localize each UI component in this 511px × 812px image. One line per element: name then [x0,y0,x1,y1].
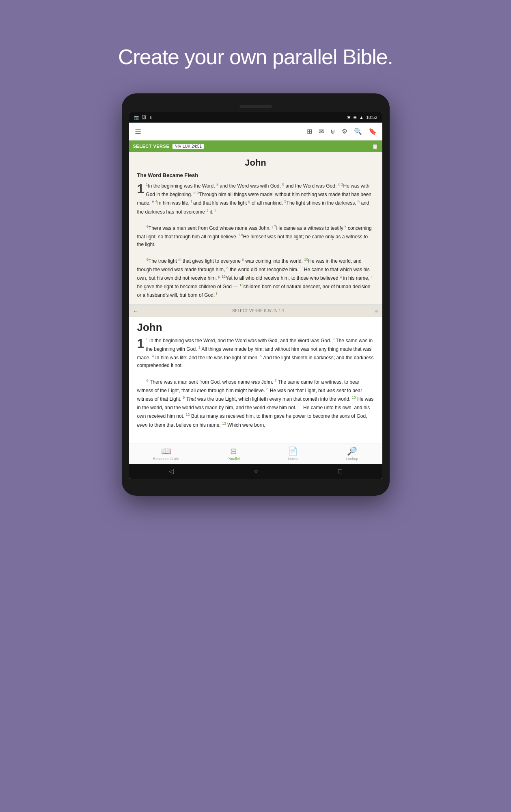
verse-sup-13: 13 [239,283,244,287]
camera-bump [239,105,272,108]
lookup-label: Lookup [346,457,358,461]
toolbar-left: ☰ [135,127,141,136]
verse-sup-6: 6 [147,225,149,229]
resource-guide-label: Resource Guide [153,457,179,461]
verse-sup-b11: 11 [298,404,302,408]
status-bar: 📷 🖼 ⬇ ✱ ⊖ ▲ 10:52 [129,112,382,123]
verse-content-top: 1 1In the beginning was the Word, a and … [137,181,374,300]
parallel-label: Parallel [227,457,239,461]
recent-button[interactable]: □ [338,468,342,475]
verse-sup-1: 1 [146,182,148,186]
verse-sup-2: 2 [341,182,343,186]
battery-icon: ⊖ [353,115,357,120]
bible-panel-bottom: John 1 1 In the beginning was the Word, … [129,317,382,443]
back-button[interactable]: ◁ [169,467,174,475]
section-heading: The Word Became Flesh [137,172,374,178]
verse-sup-7: 7 [274,225,276,229]
nav-item-resource-guide[interactable]: 📖 Resource Guide [153,446,179,461]
time-display: 10:52 [366,115,377,120]
bluetooth-icon: ✱ [347,115,351,120]
verse-sup-b1: 1 [146,337,148,341]
parallel-icon: ⊟ [230,446,237,456]
nav-item-lookup[interactable]: 🔎 Lookup [346,446,358,461]
android-nav-bar: ◁ ○ □ [129,464,382,479]
verse-sup-b13: 13 [222,421,226,425]
hamburger-icon[interactable]: ☰ [135,127,141,136]
search-icon[interactable]: 🔍 [354,127,362,135]
menu-lines-icon[interactable]: ≡ [375,308,378,314]
verse-sup-b2: 2 [332,337,334,341]
verse-sup-b7: 7 [274,378,276,382]
verse-sup-b6: 6 [147,378,149,382]
message-icon[interactable]: ✉ [319,127,324,135]
verse-sup-11: 11 [300,266,304,270]
resource-guide-icon: 📖 [161,446,171,456]
notes-label: Notes [288,457,298,461]
panel-divider-text: SELECT VERSE KJV JN 1:1 [142,309,375,313]
notes-icon: 📄 [288,446,298,456]
book-title-kjv: John [137,321,374,334]
chapter-number-top: 1 [137,182,144,195]
headline: Create your own parallel Bible. [0,0,511,93]
bookmark-icon[interactable]: 🔖 [369,127,377,135]
status-icon-2: 🖼 [142,115,147,120]
panel-divider: ← SELECT VERSE KJV JN 1:1 ≡ [129,305,382,317]
status-icon-1: 📷 [134,115,140,120]
verse-sup-b12: 12 [186,412,190,417]
verse-sup-3: 3 [197,191,199,195]
tablet-screen: 📷 🖼 ⬇ ✱ ⊖ ▲ 10:52 ☰ ⊞ ✉ ⊌ ⚙ 🔍 🔖 [129,112,382,479]
select-verse-label: SELECT VERSE [133,144,170,149]
verse-sup-b3: 3 [198,346,201,350]
back-arrow-icon[interactable]: ← [133,308,139,314]
library-icon[interactable]: ⊞ [307,127,312,135]
verse-sup-10: 10 [304,257,308,261]
verse-sup-b10: 10 [352,395,356,400]
verse-sup-12: 12 [222,274,226,279]
select-verse-icon: 📋 [372,143,378,149]
verse-sup-5: 5 [285,199,287,203]
nav-item-parallel[interactable]: ⊟ Parallel [227,446,239,461]
toolbar-right: ⊞ ✉ ⊌ ⚙ 🔍 🔖 [307,127,377,135]
verse-sup-b4: 4 [152,354,154,358]
status-icon-3: ⬇ [149,115,153,120]
bottom-tablet-padding [129,479,382,483]
lookup-icon: 🔎 [347,446,357,456]
verse-ref-badge[interactable]: NIV LUK 24:51 [172,144,204,149]
select-verse-bar: SELECT VERSE NIV LUK 24:51 📋 [129,140,382,152]
tablet-container: 📷 🖼 ⬇ ✱ ⊖ ▲ 10:52 ☰ ⊞ ✉ ⊌ ⚙ 🔍 🔖 [122,93,390,496]
bible-panel-top: John The Word Became Flesh 1 1In the beg… [129,152,382,305]
chapter-number-bottom: 1 [137,337,144,350]
book-title-niv: John [137,158,374,168]
verse-sup-9: 9 [147,257,149,261]
cart-icon[interactable]: ⊌ [330,127,335,135]
verse-sup-8: 8 [241,233,243,237]
bottom-nav: 📖 Resource Guide ⊟ Parallel 📄 Notes 🔎 Lo… [129,443,382,464]
app-toolbar: ☰ ⊞ ✉ ⊌ ⚙ 🔍 🔖 [129,123,382,140]
verse-sup-b8: 8 [266,387,268,391]
verse-sup-4: 4 [155,199,157,203]
verse-sup-b9: 9 [183,395,185,400]
verse-sup-b5: 5 [260,354,262,358]
verse-content-bottom: 1 1 In the beginning was the Word, and t… [137,336,374,429]
status-icons-right: ✱ ⊖ ▲ 10:52 [347,115,377,120]
home-button[interactable]: ○ [254,468,258,475]
nav-item-notes[interactable]: 📄 Notes [288,446,298,461]
wifi-icon: ▲ [359,115,364,120]
status-icons-left: 📷 🖼 ⬇ [134,115,153,120]
settings-icon[interactable]: ⚙ [342,127,347,135]
